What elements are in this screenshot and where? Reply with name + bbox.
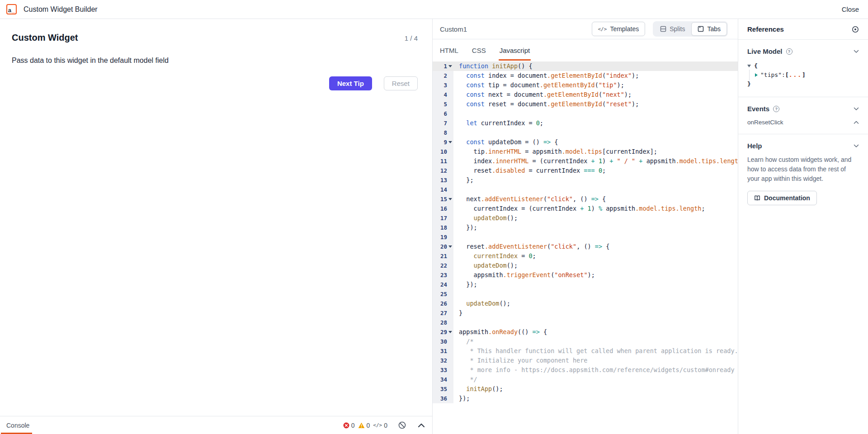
fold-arrow-icon[interactable] <box>448 331 452 333</box>
code-line[interactable]: 13 }; <box>433 175 738 185</box>
templates-button[interactable]: </> Templates <box>592 22 646 36</box>
line-number[interactable]: 9 <box>433 137 453 147</box>
code-editor[interactable]: 1function initApp() {2 const index = doc… <box>433 61 738 434</box>
code-line[interactable]: 8 <box>433 128 738 137</box>
console-tab[interactable]: Console <box>0 416 38 434</box>
code-line[interactable]: 33 * more info - https://docs.appsmith.c… <box>433 365 738 375</box>
line-number[interactable]: 20 <box>433 242 453 251</box>
line-number[interactable]: 28 <box>433 318 453 327</box>
line-number[interactable]: 2 <box>433 71 453 80</box>
line-number[interactable]: 21 <box>433 251 453 261</box>
line-number[interactable]: 8 <box>433 128 453 137</box>
line-number[interactable]: 1 <box>433 61 453 71</box>
code-line[interactable]: 20 reset.addEventListener("click", () =>… <box>433 242 738 251</box>
code-line[interactable]: 26 updateDom(); <box>433 299 738 308</box>
code-line[interactable]: 19 <box>433 232 738 242</box>
line-number[interactable]: 12 <box>433 166 453 175</box>
code-line[interactable]: 5 const reset = document.getElementById(… <box>433 99 738 109</box>
tree-tips-row[interactable]: "tips" : [...] <box>747 71 859 80</box>
collapse-events[interactable] <box>854 107 859 111</box>
code-line[interactable]: 6 <box>433 109 738 118</box>
code-line[interactable]: 22 updateDom(); <box>433 261 738 270</box>
tab-css[interactable]: CSS <box>472 39 486 61</box>
line-number[interactable]: 25 <box>433 289 453 299</box>
line-number[interactable]: 18 <box>433 223 453 232</box>
code-line[interactable]: 30 /* <box>433 337 738 346</box>
code-line[interactable]: 25 <box>433 289 738 299</box>
next-tip-button[interactable]: Next Tip <box>329 76 372 90</box>
line-number[interactable]: 13 <box>433 175 453 185</box>
code-line[interactable]: 27} <box>433 308 738 318</box>
tab-javascript[interactable]: Javascript <box>500 39 530 61</box>
documentation-button[interactable]: Documentation <box>747 191 817 205</box>
line-number[interactable]: 17 <box>433 213 453 223</box>
tree-root-row[interactable]: { <box>747 61 859 71</box>
line-number[interactable]: 29 <box>433 327 453 337</box>
line-number[interactable]: 31 <box>433 346 453 356</box>
code-line[interactable]: 28 <box>433 318 738 327</box>
line-number[interactable]: 27 <box>433 308 453 318</box>
code-line[interactable]: 24 }); <box>433 280 738 289</box>
code-line[interactable]: 14 <box>433 185 738 194</box>
line-number[interactable]: 5 <box>433 99 453 109</box>
code-line[interactable]: 32 * Initialize your component here <box>433 356 738 365</box>
line-number[interactable]: 16 <box>433 204 453 213</box>
collapse-event-item[interactable] <box>854 121 859 124</box>
line-number[interactable]: 24 <box>433 280 453 289</box>
line-number[interactable]: 22 <box>433 261 453 270</box>
code-line[interactable]: 1function initApp() { <box>433 61 738 71</box>
code-line[interactable]: 3 const tip = document.getElementById("t… <box>433 80 738 90</box>
code-line[interactable]: 12 reset.disabled = currentIndex === 0; <box>433 166 738 175</box>
line-number[interactable]: 26 <box>433 299 453 308</box>
event-item-row[interactable]: onResetClick <box>747 119 859 126</box>
code-line[interactable]: 11 index.innerHTML = (currentIndex + 1) … <box>433 156 738 166</box>
focus-button[interactable] <box>852 26 859 33</box>
line-number[interactable]: 3 <box>433 80 453 90</box>
code-line[interactable]: 17 updateDom(); <box>433 213 738 223</box>
code-line[interactable]: 35 initApp(); <box>433 384 738 394</box>
help-circle-icon[interactable]: ? <box>773 106 779 112</box>
line-number[interactable]: 32 <box>433 356 453 365</box>
code-line[interactable]: 21 currentIndex = 0; <box>433 251 738 261</box>
code-line[interactable]: 7 let currentIndex = 0; <box>433 118 738 128</box>
code-line[interactable]: 29appsmith.onReady(() => { <box>433 327 738 337</box>
fold-arrow-icon[interactable] <box>448 245 452 248</box>
line-number[interactable]: 15 <box>433 194 453 204</box>
line-number[interactable]: 36 <box>433 394 453 403</box>
tabs-toggle[interactable]: Tabs <box>691 22 727 36</box>
splits-toggle[interactable]: Splits <box>654 22 691 36</box>
collapse-live-model[interactable] <box>854 50 859 53</box>
line-number[interactable]: 34 <box>433 375 453 384</box>
code-line[interactable]: 18 }); <box>433 223 738 232</box>
close-button[interactable]: Close <box>840 3 861 16</box>
line-number[interactable]: 14 <box>433 185 453 194</box>
code-line[interactable]: 31 * This handler function will get call… <box>433 346 738 356</box>
line-number[interactable]: 35 <box>433 384 453 394</box>
code-line[interactable]: 34 */ <box>433 375 738 384</box>
line-number[interactable]: 4 <box>433 90 453 99</box>
fold-arrow-icon[interactable] <box>448 65 452 67</box>
line-number[interactable]: 30 <box>433 337 453 346</box>
fold-arrow-icon[interactable] <box>448 141 452 143</box>
code-line[interactable]: 15 next.addEventListener("click", () => … <box>433 194 738 204</box>
code-line[interactable]: 2 const index = document.getElementById(… <box>433 71 738 80</box>
code-line[interactable]: 16 currentIndex = (currentIndex + 1) % a… <box>433 204 738 213</box>
help-circle-icon[interactable]: ? <box>786 48 793 55</box>
fold-arrow-icon[interactable] <box>448 198 452 200</box>
tab-html[interactable]: HTML <box>440 39 458 61</box>
line-number[interactable]: 11 <box>433 156 453 166</box>
line-number[interactable]: 23 <box>433 270 453 280</box>
code-line[interactable]: 23 appsmith.triggerEvent("onReset"); <box>433 270 738 280</box>
code-line[interactable]: 9 const updateDom = () => { <box>433 137 738 147</box>
code-line[interactable]: 10 tip.innerHTML = appsmith.model.tips[c… <box>433 147 738 156</box>
collapse-help[interactable] <box>854 144 859 148</box>
expand-console-button[interactable] <box>418 423 425 428</box>
line-number[interactable]: 6 <box>433 109 453 118</box>
line-number[interactable]: 7 <box>433 118 453 128</box>
clear-console-button[interactable] <box>398 421 406 429</box>
code-line[interactable]: 36}); <box>433 394 738 403</box>
code-line[interactable]: 4 const next = document.getElementById("… <box>433 90 738 99</box>
reset-button[interactable]: Reset <box>384 76 418 90</box>
line-number[interactable]: 10 <box>433 147 453 156</box>
line-number[interactable]: 33 <box>433 365 453 375</box>
